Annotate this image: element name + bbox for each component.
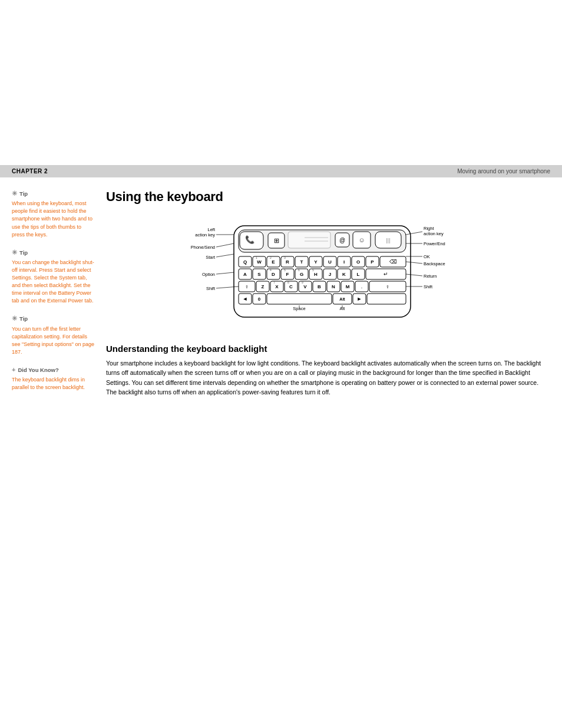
svg-text:R: R [286, 259, 289, 265]
svg-text:↵: ↵ [384, 271, 388, 277]
plus-icon: + [12, 365, 15, 374]
svg-text:📞: 📞 [245, 235, 255, 245]
page-container: CHAPTER 2 Moving around on your smartpho… [0, 165, 562, 728]
svg-rect-6 [288, 232, 330, 248]
svg-text:F: F [286, 272, 289, 277]
tip-1-label: Tip [19, 190, 28, 197]
tip-2-header: ✳ Tip [12, 248, 94, 257]
svg-text:B: B [318, 284, 321, 289]
svg-text:O: O [356, 259, 360, 265]
tip-1-text: When using the keyboard, most people fin… [12, 200, 94, 238]
svg-text:@: @ [339, 237, 345, 243]
svg-text:3: 3 [284, 256, 286, 259]
svg-text:Y: Y [314, 259, 318, 265]
keyboard-diagram: 📞 ⊞ @ ☺ ||| [106, 214, 550, 332]
chapter-header: CHAPTER 2 Moving around on your smartpho… [0, 165, 562, 177]
tip-3-text: You can turn off the first letter capita… [12, 325, 94, 356]
tip-1-icon: ✳ [12, 189, 17, 198]
svg-text:2: 2 [270, 256, 272, 259]
svg-text:Power/End: Power/End [424, 241, 445, 246]
chapter-title: Moving around on your smartphone [457, 168, 550, 174]
svg-text:7: 7 [273, 281, 275, 284]
svg-text:Shift: Shift [424, 284, 433, 289]
svg-text:Shift: Shift [206, 286, 216, 291]
svg-text:0: 0 [258, 297, 261, 302]
svg-text:Phone/Send: Phone/Send [191, 245, 215, 250]
svg-text:Z: Z [262, 284, 265, 289]
svg-text:Return: Return [424, 274, 437, 279]
svg-text:9: 9 [302, 281, 303, 284]
sidebar: ✳ Tip When using the keyboard, most peop… [12, 189, 94, 401]
svg-rect-91 [267, 294, 332, 304]
did-you-know-text: The keyboard backlight dims in parallel … [12, 376, 94, 391]
svg-text:J: J [329, 272, 331, 277]
svg-rect-96 [367, 294, 406, 304]
svg-text:☺: ☺ [358, 236, 365, 243]
svg-text:Right: Right [424, 226, 434, 231]
chapter-label: CHAPTER 2 [12, 168, 48, 174]
keyboard-svg: 📞 ⊞ @ ☺ ||| [175, 214, 481, 332]
svg-text:⊞: ⊞ [274, 237, 279, 244]
svg-text:8: 8 [287, 281, 289, 284]
tip-2: ✳ Tip You can change the backlight shut-… [12, 248, 94, 305]
svg-text:H: H [314, 272, 318, 277]
svg-text:|||: ||| [386, 238, 390, 243]
main-content: Using the keyboard 📞 ⊞ [106, 189, 550, 401]
did-you-know-header: + Did You Know? [12, 365, 94, 374]
svg-text:4: 4 [270, 268, 272, 272]
body-text: Your smartphone includes a keyboard back… [106, 358, 550, 397]
svg-text:5: 5 [312, 268, 314, 272]
svg-text:X: X [275, 284, 279, 289]
subsection-title: Understanding the keyboard backlight [106, 344, 550, 354]
tip-1: ✳ Tip When using the keyboard, most peop… [12, 189, 94, 239]
svg-text:1: 1 [256, 256, 257, 259]
svg-text:K: K [342, 272, 346, 277]
tip-2-icon: ✳ [12, 248, 17, 257]
tip-3-icon: ✳ [12, 314, 17, 323]
svg-text:action key: action key [424, 231, 444, 236]
svg-text:Start: Start [206, 255, 216, 260]
svg-text:G: G [300, 272, 303, 277]
section-title: Using the keyboard [106, 189, 550, 205]
svg-line-102 [216, 254, 234, 257]
svg-text:action key: action key [195, 232, 215, 238]
did-you-know: + Did You Know? The keyboard backlight d… [12, 365, 94, 391]
svg-text:W: W [257, 259, 262, 265]
svg-text:Left: Left [207, 227, 215, 232]
svg-text:T: T [300, 259, 303, 265]
svg-text:C: C [289, 284, 293, 289]
svg-text:6: 6 [298, 268, 300, 272]
svg-text:M: M [346, 284, 350, 289]
svg-text:Option: Option [202, 272, 215, 277]
svg-text:S: S [257, 272, 261, 277]
svg-text:OK: OK [424, 254, 430, 259]
svg-text:Q: Q [243, 259, 247, 265]
svg-text:V: V [303, 284, 307, 289]
svg-text:P: P [371, 259, 374, 265]
svg-text:D: D [272, 272, 275, 277]
svg-text:⇧: ⇧ [245, 285, 249, 289]
svg-text:Alt: Alt [339, 297, 345, 301]
svg-text:L: L [357, 272, 360, 277]
svg-text:►: ► [357, 296, 362, 302]
svg-text:E: E [272, 259, 275, 265]
tip-3-header: ✳ Tip [12, 314, 94, 323]
tip-3: ✳ Tip You can turn off the first letter … [12, 314, 94, 356]
svg-line-100 [216, 243, 234, 247]
svg-text:A: A [243, 272, 247, 277]
did-you-know-label: Did You Know? [18, 366, 58, 374]
svg-text:⌫: ⌫ [389, 259, 397, 265]
tip-1-header: ✳ Tip [12, 189, 94, 198]
tip-2-label: Tip [19, 249, 28, 256]
svg-text:Backspace: Backspace [424, 261, 445, 266]
svg-text:◄: ◄ [243, 296, 248, 302]
tip-2-text: You can change the backlight shut-off in… [12, 259, 94, 305]
svg-text:U: U [328, 259, 332, 265]
svg-text:N: N [332, 284, 335, 289]
content-area: ✳ Tip When using the keyboard, most peop… [0, 177, 562, 413]
svg-line-104 [216, 272, 234, 274]
svg-text:Alt: Alt [340, 306, 346, 311]
svg-text:.: . [361, 284, 363, 289]
tip-3-label: Tip [19, 315, 28, 322]
svg-text:5: 5 [284, 268, 286, 272]
